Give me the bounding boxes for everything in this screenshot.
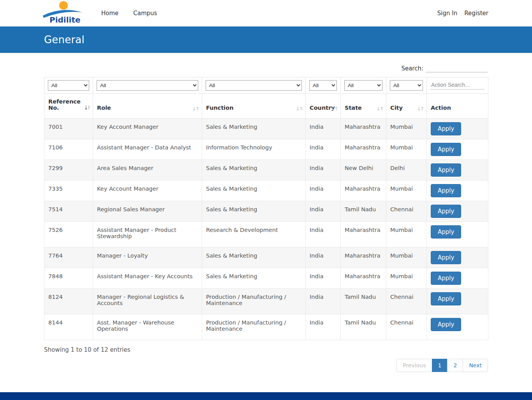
cell-city: Mumbai bbox=[386, 139, 427, 160]
jobs-table: All All All All All All Reference No. bbox=[44, 77, 488, 340]
cell-function: Sales & Marketing bbox=[202, 119, 306, 139]
cell-role: Manager - Loyalty bbox=[93, 247, 202, 268]
header-row: Reference No. Role ↓↑ bbox=[44, 94, 488, 119]
action-search-input[interactable] bbox=[430, 80, 484, 89]
table-row: 7001 Key Account Manager Sales & Marketi… bbox=[44, 119, 488, 139]
column-header-role[interactable]: Role ↓↑ bbox=[93, 94, 202, 119]
cell-action: Apply bbox=[427, 222, 488, 247]
cell-reference: 8124 bbox=[44, 289, 93, 314]
table-row: 7335 Key Account Manager Sales & Marketi… bbox=[44, 181, 488, 201]
cell-action: Apply bbox=[427, 119, 488, 139]
cell-role: Regional Sales Manager bbox=[93, 201, 202, 222]
pagination-page-1[interactable]: 1 bbox=[432, 359, 448, 372]
table-row: 8144 Asst. Manager - Warehouse Operation… bbox=[44, 314, 488, 340]
cell-function: Research & Development bbox=[202, 222, 306, 247]
cell-state: Maharashtra bbox=[341, 119, 386, 139]
cell-function: Sales & Marketing bbox=[202, 247, 306, 268]
column-header-reference[interactable]: Reference No. bbox=[44, 94, 93, 119]
cell-city: Chennai bbox=[386, 289, 427, 314]
cell-role: Key Account Manager bbox=[93, 181, 202, 201]
cell-country: India bbox=[306, 314, 341, 340]
cell-city: Mumbai bbox=[386, 119, 427, 139]
apply-button[interactable]: Apply bbox=[431, 272, 461, 285]
search-input[interactable] bbox=[426, 65, 488, 72]
apply-button[interactable]: Apply bbox=[431, 184, 461, 197]
cell-function: Production / Manufacturing / Maintenance bbox=[202, 289, 306, 314]
cell-action: Apply bbox=[427, 268, 488, 289]
cell-city: Mumbai bbox=[386, 247, 427, 268]
column-header-function[interactable]: Function ↓↑ bbox=[202, 94, 306, 119]
table-row: 7764 Manager - Loyalty Sales & Marketing… bbox=[44, 247, 488, 268]
cell-function: Production / Manufacturing / Maintenance bbox=[202, 314, 306, 340]
cell-role: Asst. Manager - Warehouse Operations bbox=[93, 314, 202, 340]
cell-function: Sales & Marketing bbox=[202, 160, 306, 181]
cell-role: Manager - Regional Logistics & Accounts bbox=[93, 289, 202, 314]
page-title: General bbox=[44, 34, 85, 46]
nav-right-links: Sign In Register bbox=[437, 10, 488, 17]
search-row: Search: bbox=[44, 65, 488, 72]
cell-state: Tamil Nadu bbox=[341, 201, 386, 222]
cell-reference: 7764 bbox=[44, 247, 93, 268]
apply-button[interactable]: Apply bbox=[431, 205, 461, 218]
function-filter-select[interactable]: All bbox=[206, 80, 302, 91]
apply-button[interactable]: Apply bbox=[431, 143, 461, 156]
register-link[interactable]: Register bbox=[464, 10, 488, 17]
cell-state: New Delhi bbox=[341, 160, 386, 181]
pagination-next[interactable]: Next bbox=[463, 359, 488, 372]
sort-both-icon: ↓↑ bbox=[331, 106, 338, 112]
table-row: 7848 Assistant Manager - Key Accounts Sa… bbox=[44, 268, 488, 289]
country-filter-select[interactable]: All bbox=[309, 80, 337, 91]
search-label: Search: bbox=[401, 65, 423, 72]
reference-filter-select[interactable]: All bbox=[48, 80, 89, 91]
nav-link-home[interactable]: Home bbox=[101, 10, 118, 17]
pagination-page-2[interactable]: 2 bbox=[447, 359, 463, 372]
apply-button[interactable]: Apply bbox=[431, 318, 461, 331]
column-header-country[interactable]: Country ↓↑ bbox=[306, 94, 341, 119]
cell-city: Chennai bbox=[386, 201, 427, 222]
apply-button[interactable]: Apply bbox=[431, 225, 461, 239]
cell-state: Maharashtra bbox=[341, 139, 386, 160]
apply-button[interactable]: Apply bbox=[431, 292, 461, 305]
cell-reference: 7526 bbox=[44, 222, 93, 247]
entries-info: Showing 1 to 10 of 12 entries bbox=[44, 346, 488, 353]
cell-country: India bbox=[306, 160, 341, 181]
cell-action: Apply bbox=[427, 181, 488, 201]
cell-action: Apply bbox=[427, 139, 488, 160]
apply-button[interactable]: Apply bbox=[431, 163, 461, 177]
cell-state: Maharashtra bbox=[341, 181, 386, 201]
cell-role: Assistant Manager - Data Analyst bbox=[93, 139, 202, 160]
cell-state: Tamil Nadu bbox=[341, 289, 386, 314]
sign-in-link[interactable]: Sign In bbox=[437, 10, 457, 17]
pagination-previous[interactable]: Previous bbox=[396, 359, 432, 372]
cell-country: India bbox=[306, 139, 341, 160]
state-filter-select[interactable]: All bbox=[344, 80, 382, 91]
table-body: 7001 Key Account Manager Sales & Marketi… bbox=[44, 119, 488, 340]
sort-both-icon: ↓↑ bbox=[417, 106, 424, 112]
cell-function: Sales & Marketing bbox=[202, 201, 306, 222]
city-filter-select[interactable]: All bbox=[390, 80, 423, 91]
cell-action: Apply bbox=[427, 314, 488, 340]
cell-city: Delhi bbox=[386, 160, 427, 181]
cell-state: Tamil Nadu bbox=[341, 314, 386, 340]
cell-action: Apply bbox=[427, 247, 488, 268]
top-navbar: Pidilite Home Campus Sign In Register bbox=[0, 0, 532, 26]
sort-both-icon: ↓↑ bbox=[296, 106, 303, 112]
cell-role: Assistant Manager - Product Stewardship bbox=[93, 222, 202, 247]
apply-button[interactable]: Apply bbox=[431, 251, 461, 264]
apply-button[interactable]: Apply bbox=[431, 122, 461, 135]
brand-logo[interactable]: Pidilite bbox=[43, 1, 83, 25]
cell-reference: 7106 bbox=[44, 139, 93, 160]
sort-both-icon: ↓↑ bbox=[376, 106, 383, 112]
nav-link-campus[interactable]: Campus bbox=[133, 10, 157, 17]
cell-reference: 7335 bbox=[44, 181, 93, 201]
svg-text:Pidilite: Pidilite bbox=[49, 15, 81, 24]
column-header-state[interactable]: State ↓↑ bbox=[341, 94, 386, 119]
role-filter-select[interactable]: All bbox=[97, 80, 198, 91]
cell-state: Maharashtra bbox=[341, 247, 386, 268]
nav-links: Home Campus bbox=[101, 10, 157, 17]
cell-function: Information Technology bbox=[202, 139, 306, 160]
cell-action: Apply bbox=[427, 160, 488, 181]
column-header-city[interactable]: City ↓↑ bbox=[386, 94, 427, 119]
cell-country: India bbox=[306, 222, 341, 247]
cell-reference: 7848 bbox=[44, 268, 93, 289]
